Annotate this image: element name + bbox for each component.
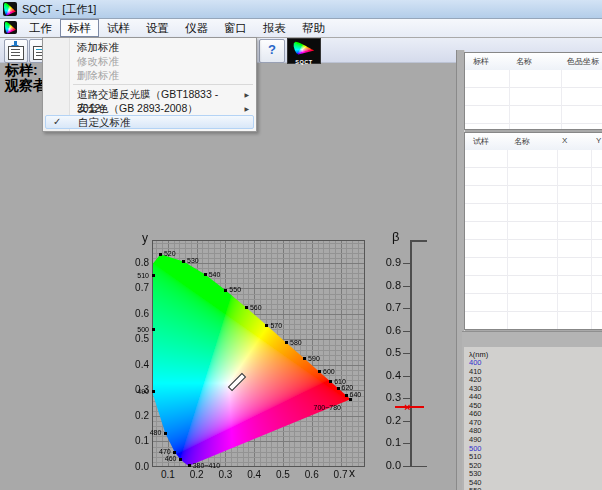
column-header[interactable]: X — [562, 136, 567, 145]
column-header[interactable]: 试样 — [473, 136, 489, 147]
locus-label: 580 — [290, 339, 302, 346]
column-header[interactable]: Y — [596, 136, 601, 145]
y-tick-label: 0.8 — [122, 257, 149, 268]
locus-label: 530 — [187, 257, 199, 264]
column-header[interactable]: 名称 — [516, 56, 532, 67]
locus-point — [152, 390, 155, 393]
beta-tick-label: 0.6 — [377, 324, 401, 336]
locus-point — [265, 324, 268, 327]
beta-tick — [403, 443, 410, 444]
locus-label: 520 — [164, 250, 176, 257]
locus-point — [179, 458, 182, 461]
column-header[interactable]: 名称 — [514, 136, 530, 147]
column-divider — [561, 70, 562, 129]
locus-label: 380~410 — [193, 462, 220, 469]
locus-point — [337, 387, 340, 390]
wavelength-item[interactable]: 420 — [469, 376, 482, 384]
submenu-arrow-icon: ▶ — [244, 88, 249, 102]
menu-sample[interactable]: 试样 — [99, 19, 138, 37]
menu-item-delete-standard[interactable]: 删除标准 — [45, 68, 254, 82]
menu-help[interactable]: 帮助 — [294, 19, 333, 37]
y-tick-label: 0.7 — [122, 282, 149, 293]
locus-label: 550 — [229, 286, 241, 293]
menu-items: 工作标样试样设置仪器窗口报表帮助 — [21, 19, 333, 37]
beta-axis-title: β — [392, 229, 399, 244]
locus-point — [152, 274, 155, 277]
submenu-arrow-icon: ▶ — [244, 102, 249, 116]
menu-report[interactable]: 报表 — [255, 19, 294, 37]
beta-tick-label: 0.2 — [377, 414, 401, 426]
title-bar[interactable]: SQCT - [工作1] — [0, 0, 602, 19]
app-icon — [3, 2, 17, 16]
help-button[interactable]: ? — [259, 39, 285, 63]
y-tick-label: 0.0 — [122, 461, 149, 472]
locus-point — [224, 289, 227, 292]
menu-separator — [73, 84, 253, 85]
wavelength-item[interactable]: 440 — [469, 393, 482, 401]
sample-table-header: 试样名称XY — [465, 133, 602, 151]
wavelength-item[interactable]: 400 — [469, 359, 482, 367]
standard-table-body[interactable] — [465, 70, 602, 129]
menu-item-road-traffic-reflective-film-standard[interactable]: 道路交通反光膜（GBT18833 - 2012）▶ — [45, 87, 254, 101]
menu-item-safety-color-standard[interactable]: 安全色（GB 2893-2008）▶ — [45, 101, 254, 115]
locus-label: 470 — [151, 448, 171, 455]
column-divider — [507, 150, 508, 329]
menu-item-edit-standard[interactable]: 修改标准 — [45, 54, 254, 68]
locus-label: 510 — [129, 272, 149, 279]
beta-tick — [403, 398, 410, 399]
observer-label: 观察者 — [5, 77, 47, 95]
wavelength-item[interactable]: 510 — [469, 453, 482, 461]
beta-tick-label: 0.3 — [377, 391, 401, 403]
cie-diagram-icon — [292, 41, 316, 55]
standard-table[interactable]: 标样名称色品坐标 — [464, 52, 602, 130]
menu-item-label: 安全色（GB 2893-2008） — [77, 102, 198, 114]
column-divider — [509, 70, 510, 129]
menu-work[interactable]: 工作 — [21, 19, 60, 37]
standard-menu-dropdown: 添加标准修改标准删除标准道路交通反光膜（GBT18833 - 2012）▶安全色… — [42, 37, 257, 132]
locus-point — [345, 394, 348, 397]
y-tick-label: 0.4 — [122, 359, 149, 370]
cie-chromaticity-chart — [152, 240, 365, 467]
document-icon[interactable] — [4, 21, 17, 34]
locus-point — [159, 253, 162, 256]
locus-label: 490 — [129, 388, 149, 395]
sample-table-body[interactable] — [465, 150, 602, 329]
beta-tick — [403, 331, 410, 332]
beta-tick-label: 0.8 — [377, 279, 401, 291]
beta-tick-label: 0.0 — [377, 459, 401, 471]
locus-point — [182, 260, 185, 263]
x-tick-label: 0.4 — [242, 469, 266, 480]
locus-point — [152, 328, 155, 331]
menu-settings[interactable]: 设置 — [138, 19, 177, 37]
x-tick-label: 0.6 — [300, 469, 324, 480]
locus-label: 500 — [129, 326, 149, 333]
locus-label: 480 — [141, 429, 161, 436]
locus-point — [245, 306, 248, 309]
x-tick-label: 0.5 — [271, 469, 295, 480]
beta-tick — [403, 353, 410, 354]
x-tick-label: 0.1 — [156, 469, 180, 480]
wavelength-list[interactable]: λ(nm) 4004104204304404504604704804905005… — [464, 347, 602, 490]
standard-list-button[interactable] — [4, 39, 28, 63]
beta-tick — [403, 286, 410, 287]
menu-window[interactable]: 窗口 — [216, 19, 255, 37]
help-label: ? — [268, 42, 276, 57]
wavelength-item[interactable]: 530 — [469, 470, 482, 478]
sqct-logo-button[interactable]: SQCT — [287, 38, 321, 64]
y-axis-title: y — [142, 231, 148, 245]
wavelength-item[interactable]: 490 — [469, 436, 482, 444]
menu-item-custom-standard[interactable]: 自定义标准✓ — [45, 115, 254, 129]
column-header[interactable]: 色品坐标 — [567, 56, 599, 67]
app-window: { "window": { "title": "SQCT - [工作1]" },… — [0, 0, 602, 490]
y-tick-label: 0.1 — [122, 435, 149, 446]
menu-item-add-standard[interactable]: 添加标准 — [45, 40, 254, 54]
locus-label: 620 — [342, 384, 354, 391]
locus-point — [329, 380, 332, 383]
menu-standard[interactable]: 标样 — [60, 19, 99, 37]
sample-table[interactable]: 试样名称XY — [464, 132, 602, 330]
menu-instrument[interactable]: 仪器 — [177, 19, 216, 37]
locus-point — [349, 398, 352, 401]
y-tick-label: 0.6 — [122, 308, 149, 319]
column-divider — [591, 150, 592, 329]
column-header[interactable]: 标样 — [473, 56, 489, 67]
